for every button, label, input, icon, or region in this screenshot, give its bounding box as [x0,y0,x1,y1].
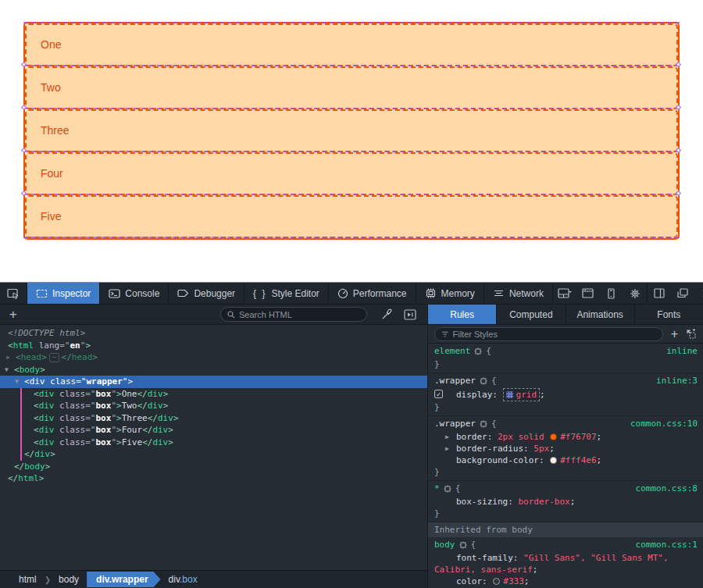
expand-arrow-icon[interactable]: ▶ [6,351,10,364]
color-swatch[interactable] [550,457,557,464]
pick-element-button[interactable] [0,283,27,304]
markup-line[interactable]: <div class="box">Five</div> [0,437,427,449]
css-rule: *{common.css:8box-sizing: border-box;} [428,481,703,522]
dock-side-button[interactable] [553,283,576,304]
markup-line[interactable]: </body> [0,461,427,473]
markup-token: div [39,401,55,411]
markup-line[interactable]: <div class="box">One</div> [0,388,427,401]
breadcrumb-item-div.box[interactable]: div.box [161,574,205,585]
markup-token: html [13,340,34,351]
tab-console[interactable]: Console [100,283,169,304]
markup-token: box [96,413,112,423]
markup-line[interactable]: <html lang="en"> [0,340,427,352]
split-console-button[interactable] [576,283,600,304]
collapse-arrow-icon[interactable]: ▼ [5,364,9,376]
tab-debugger[interactable]: Debugger [169,283,244,304]
sidebar-tab-animations[interactable]: Animations [566,305,635,324]
markup-token: > [116,425,122,435]
markup-token: </ [148,413,158,423]
close-devtools-button[interactable] [694,283,703,304]
markup-line[interactable]: </div> [0,448,427,461]
markup-token: box [96,425,112,435]
rule-source-link[interactable]: common.css:8 [636,483,698,494]
markup-token: body [20,365,41,375]
rule-source-link[interactable]: inline:3 [656,375,698,387]
markup-token: class [55,413,86,423]
separate-window-button[interactable] [671,283,694,304]
markup-token: > [116,437,122,447]
rule-source-link[interactable]: common.css:10 [630,418,698,429]
markup-token: head [21,352,42,362]
tab-inspector[interactable]: Inspector [27,283,100,304]
rule-highlighter-icon[interactable] [480,419,487,431]
paused-rules-icon[interactable] [404,309,416,320]
markup-token: =" [85,437,95,447]
inspector-icon [36,289,48,298]
markup-line[interactable]: <div class="box">Two</div> [0,400,427,412]
breadcrumb-item-div.wrapper[interactable]: div.wrapper [87,572,160,587]
grid-highlighter-icon[interactable] [506,391,513,398]
declaration-checkbox[interactable]: ✓ [434,390,443,398]
settings-gear-icon [630,288,641,299]
markup-token: > [116,389,122,399]
css-declaration: background-color: #fff4e6; [428,454,703,466]
filter-funnel-icon [441,330,448,338]
markup-line[interactable]: <div class="box">Four</div> [0,424,427,437]
sidebar-tab-fonts[interactable]: Fonts [635,305,703,324]
color-swatch[interactable] [550,433,557,440]
rule-source-link[interactable]: common.css:1 [636,539,698,551]
markup-token: =" [85,425,95,435]
rule-source-link[interactable]: inline [666,345,698,357]
tab-network[interactable]: Network [484,283,553,304]
css-rule: .wrapper{inline:3✓display: grid;} [428,373,703,416]
inspector-left-pane: + < [0,305,428,588]
sidebar-toggle-button[interactable] [648,283,671,304]
tab-style-editor[interactable]: { }Style Editor [244,283,329,304]
markup-token: div [152,437,168,447]
markup-token: </ [142,437,152,447]
grid-value-chip[interactable]: grid [503,388,541,401]
rule-highlighter-icon[interactable] [480,376,487,388]
search-html-box [220,307,367,322]
settings-button[interactable] [623,283,647,304]
sidebar-tab-computed[interactable]: Computed [497,305,566,324]
sidebar-tab-rules[interactable]: Rules [428,305,497,324]
markup-line[interactable]: <!DOCTYPE html> [0,327,427,340]
rule-selector: element [434,346,470,356]
markup-line[interactable]: ▼<body> [0,364,427,376]
markup-token: < [24,376,30,387]
expand-shorthand-icon[interactable]: ▶ [445,443,449,454]
pseudo-class-panel-icon[interactable] [686,329,697,339]
rule-highlighter-icon[interactable] [444,484,451,496]
performance-icon [337,288,348,299]
markup-line[interactable]: </html> [0,472,427,485]
markup-line[interactable]: ▶<head>⋯</head> [0,351,427,364]
responsive-mode-button[interactable] [600,283,623,304]
color-swatch[interactable] [493,578,500,585]
filter-styles-bar: + [428,325,703,344]
rule-highlighter-icon[interactable] [459,540,467,552]
breadcrumb-item-html[interactable]: html [11,574,45,585]
css-rule: .wrapper{common.css:10▶border: 2px solid… [428,416,703,481]
tab-performance[interactable]: Performance [329,283,416,304]
markup-token: div [39,413,55,423]
markup-line[interactable]: <div class="box">Three</div> [0,412,427,425]
filter-styles-box [434,327,663,341]
add-node-button[interactable]: + [5,307,22,322]
markup-line-selected[interactable]: ▼<div class="wrapper"> [0,376,427,388]
collapse-arrow-icon[interactable]: ▼ [15,376,19,388]
page-box: Five [25,195,678,238]
tab-memory[interactable]: Memory [416,283,484,304]
filter-styles-input[interactable] [452,330,656,339]
markup-token: < [34,401,39,411]
css-declaration: box-sizing: border-box; [428,496,703,508]
rule-highlighter-icon[interactable] [474,347,482,358]
markup-token: Two [122,401,137,411]
breadcrumb-item-body[interactable]: body [51,574,87,585]
search-html-input[interactable] [239,310,348,319]
add-rule-button[interactable]: + [671,327,678,341]
markup-token: =" [59,340,70,351]
eyedropper-icon[interactable] [381,308,393,320]
expand-shorthand-icon[interactable]: ▶ [445,431,449,443]
console-icon [109,289,120,298]
